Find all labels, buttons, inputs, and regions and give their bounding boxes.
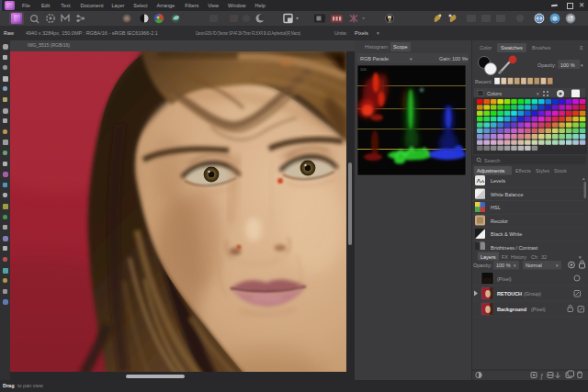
svg-text:▴: ▴ — [582, 175, 585, 181]
svg-text:Layers: Layers — [481, 254, 496, 260]
svg-text:ƒ: ƒ — [540, 373, 544, 380]
svg-text:(Group): (Group) — [524, 291, 541, 297]
svg-text:HSL: HSL — [491, 205, 501, 210]
svg-text:Brightness / Contrast: Brightness / Contrast — [491, 245, 538, 251]
svg-text:Black & White: Black & White — [491, 231, 522, 237]
svg-text:Levels: Levels — [491, 178, 505, 184]
svg-text:RETOUCH: RETOUCH — [497, 291, 522, 297]
svg-text:Stock: Stock — [554, 168, 567, 174]
svg-text:100 %: 100 % — [496, 263, 511, 268]
svg-text:32: 32 — [541, 254, 547, 260]
svg-text:Background: Background — [497, 307, 526, 312]
svg-text:Styles: Styles — [536, 168, 549, 174]
svg-text:Recolor: Recolor — [491, 218, 508, 224]
svg-text:Adjustments: Adjustments — [477, 168, 505, 174]
svg-text:(Pixel): (Pixel) — [497, 276, 512, 282]
svg-text:Normal: Normal — [526, 263, 542, 268]
svg-text:(Pixel): (Pixel) — [531, 307, 546, 312]
svg-text:Ch: Ch — [531, 254, 537, 260]
svg-text:Opacity:: Opacity: — [473, 263, 492, 268]
svg-text:Effects: Effects — [515, 168, 531, 174]
svg-text:White Balance: White Balance — [491, 192, 523, 197]
svg-text:Search: Search — [484, 158, 500, 163]
svg-text:History: History — [511, 254, 526, 260]
svg-text:FX: FX — [502, 254, 508, 260]
